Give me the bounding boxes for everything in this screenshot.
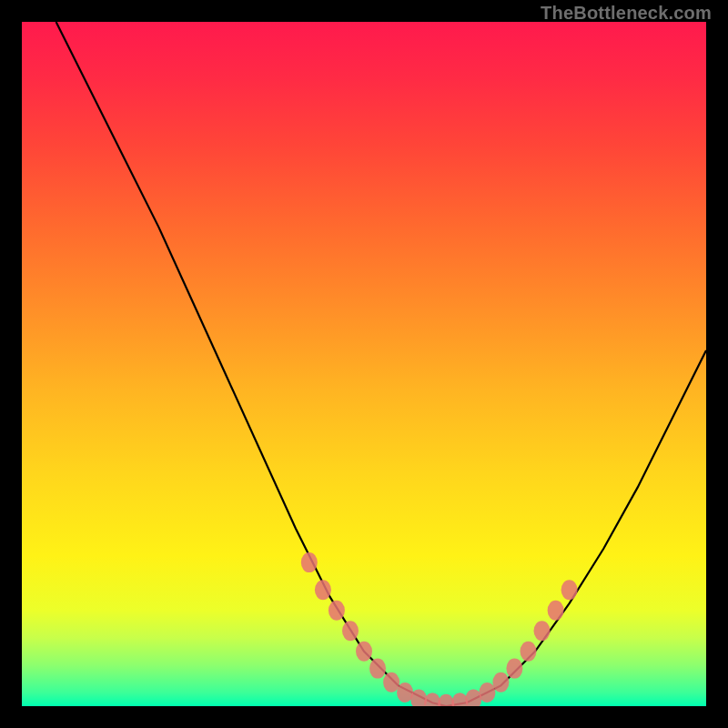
marker-dot [561,580,578,600]
chart-frame: TheBottleneck.com [0,0,728,728]
marker-dot [492,672,509,693]
bottleneck-curve-line [56,22,706,706]
watermark-label: TheBottleneck.com [541,3,712,24]
chart-svg [22,22,706,706]
curve-layer [56,22,706,706]
marker-dot [342,621,359,641]
marker-dot [548,601,564,621]
marker-dot [534,621,551,641]
marker-dot [521,642,537,662]
marker-dot [506,659,522,679]
marker-dot [329,601,345,621]
marker-dot [301,552,318,572]
marker-dot [479,682,495,703]
marker-dots-layer [301,552,578,706]
marker-dot [356,642,372,662]
marker-dot [315,580,331,600]
marker-dot [383,672,399,693]
plot-area [22,22,706,706]
marker-dot [369,659,386,679]
